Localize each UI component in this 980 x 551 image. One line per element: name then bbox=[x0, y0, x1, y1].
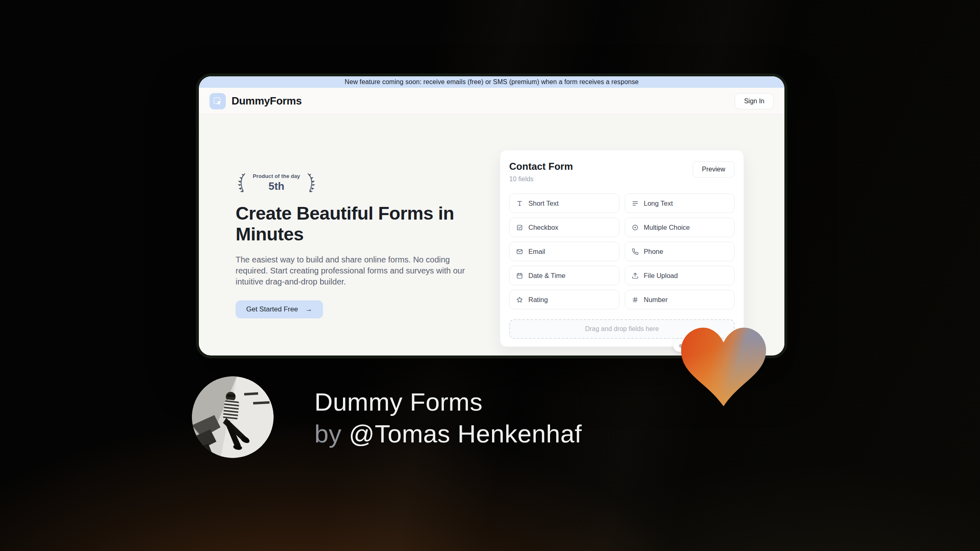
browser-frame: New feature coming soon: receive emails … bbox=[199, 76, 784, 355]
preview-button[interactable]: Preview bbox=[693, 161, 735, 178]
field-item-long-text[interactable]: Long Text bbox=[625, 193, 735, 213]
footer-product-title: Dummy Forms bbox=[314, 386, 582, 418]
product-badge: Product of the day 5th bbox=[236, 172, 317, 194]
checkbox-icon bbox=[516, 224, 523, 231]
sign-in-button[interactable]: Sign In bbox=[735, 93, 774, 109]
form-builder-card: Contact Form 10 fields Preview Short Tex… bbox=[500, 150, 744, 347]
page-background: New feature coming soon: receive emails … bbox=[0, 0, 980, 551]
maker-credit: Dummy Forms by @Tomas Henkenhaf bbox=[314, 386, 582, 450]
hero-section: Product of the day 5th Create Beautiful … bbox=[199, 115, 784, 355]
field-type-grid: Short Text Long Text Checkbox Multiple C… bbox=[509, 193, 735, 309]
brand-name: DummyForms bbox=[232, 95, 302, 107]
field-item-email[interactable]: Email bbox=[509, 242, 619, 261]
avatar bbox=[192, 376, 274, 458]
arrow-right-icon: → bbox=[305, 305, 312, 313]
multiple-choice-icon bbox=[632, 224, 639, 231]
hero-title: Create Beautiful Forms in Minutes bbox=[236, 203, 464, 244]
email-icon bbox=[516, 248, 523, 255]
field-item-phone[interactable]: Phone bbox=[625, 242, 735, 261]
announcement-text: New feature coming soon: receive emails … bbox=[345, 78, 639, 86]
field-item-checkbox[interactable]: Checkbox bbox=[509, 218, 619, 237]
footer-byline: by @Tomas Henkenhaf bbox=[314, 418, 582, 450]
brand-logo[interactable] bbox=[209, 93, 226, 109]
cursor-select-icon bbox=[213, 96, 223, 106]
laurel-left-icon bbox=[236, 172, 247, 194]
short-text-icon bbox=[516, 200, 523, 207]
badge-title: Product of the day bbox=[249, 173, 303, 179]
laurel-right-icon bbox=[306, 172, 316, 194]
announcement-banner: New feature coming soon: receive emails … bbox=[199, 76, 784, 88]
field-item-multiple-choice[interactable]: Multiple Choice bbox=[625, 218, 735, 237]
file-upload-icon bbox=[632, 272, 639, 279]
gradient-heart-icon bbox=[681, 327, 766, 407]
site-header: DummyForms Sign In bbox=[199, 88, 784, 115]
rating-icon bbox=[516, 296, 523, 303]
field-item-short-text[interactable]: Short Text bbox=[509, 193, 619, 213]
get-started-button[interactable]: Get Started Free → bbox=[236, 300, 323, 318]
field-item-number[interactable]: Number bbox=[625, 290, 735, 309]
field-item-date-time[interactable]: Date & Time bbox=[509, 266, 619, 285]
hero-description: The easiest way to build and share onlin… bbox=[236, 254, 470, 287]
long-text-icon bbox=[632, 200, 639, 207]
footer-maker-handle: @Tomas Henkenhaf bbox=[349, 420, 582, 448]
phone-icon bbox=[632, 248, 639, 255]
footer-by-label: by bbox=[314, 420, 341, 448]
field-item-file-upload[interactable]: File Upload bbox=[625, 266, 735, 285]
get-started-label: Get Started Free bbox=[246, 305, 298, 313]
dropzone-text: Drag and drop fields here bbox=[585, 325, 659, 333]
number-icon bbox=[632, 296, 639, 303]
date-time-icon bbox=[516, 272, 523, 279]
badge-rank: 5th bbox=[249, 180, 303, 193]
field-item-rating[interactable]: Rating bbox=[509, 290, 619, 309]
